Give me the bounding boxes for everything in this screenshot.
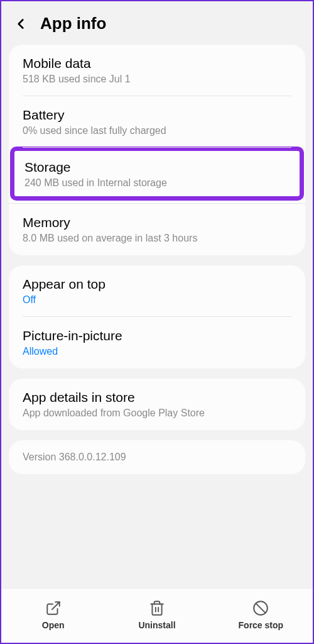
bottom-label: Force stop bbox=[239, 620, 284, 630]
list-item-pip[interactable]: Picture-in-picture Allowed bbox=[9, 317, 305, 369]
bottom-bar: Open Uninstall Force stop bbox=[1, 588, 313, 643]
item-value: Allowed bbox=[23, 346, 291, 357]
card-version: Version 368.0.0.12.109 bbox=[9, 440, 305, 474]
card-usage: Mobile data 518 KB used since Jul 1 Batt… bbox=[9, 45, 305, 255]
item-title: Appear on top bbox=[23, 277, 291, 292]
item-title: Mobile data bbox=[23, 56, 291, 71]
item-title: Memory bbox=[23, 215, 291, 230]
page-title: App info bbox=[40, 14, 106, 33]
svg-line-4 bbox=[256, 603, 266, 613]
uninstall-button[interactable]: Uninstall bbox=[105, 600, 208, 630]
card-store: App details in store App downloaded from… bbox=[9, 379, 305, 430]
item-subtitle: 518 KB used since Jul 1 bbox=[23, 74, 291, 85]
item-subtitle: 0% used since last fully charged bbox=[23, 125, 291, 136]
bottom-label: Open bbox=[42, 620, 65, 630]
bottom-label: Uninstall bbox=[138, 620, 175, 630]
item-title: Storage bbox=[24, 160, 290, 175]
card-display: Appear on top Off Picture-in-picture All… bbox=[9, 265, 305, 369]
list-item-mobile-data[interactable]: Mobile data 518 KB used since Jul 1 bbox=[9, 45, 305, 96]
item-title: Picture-in-picture bbox=[23, 328, 291, 343]
item-subtitle: 240 MB used in Internal storage bbox=[24, 177, 290, 189]
open-button[interactable]: Open bbox=[1, 600, 105, 630]
item-title: Battery bbox=[23, 108, 291, 123]
trash-icon bbox=[149, 600, 165, 616]
back-icon[interactable] bbox=[13, 16, 29, 32]
item-subtitle: 8.0 MB used on average in last 3 hours bbox=[23, 233, 291, 244]
list-item-memory[interactable]: Memory 8.0 MB used on average in last 3 … bbox=[9, 203, 305, 255]
list-item-appear-on-top[interactable]: Appear on top Off bbox=[9, 265, 305, 317]
storage-highlight: Storage 240 MB used in Internal storage bbox=[10, 147, 304, 201]
list-item-app-details[interactable]: App details in store App downloaded from… bbox=[9, 379, 305, 430]
item-value: Off bbox=[23, 294, 291, 306]
stop-icon bbox=[252, 600, 269, 616]
list-item-storage[interactable]: Storage 240 MB used in Internal storage bbox=[24, 160, 290, 189]
svg-line-0 bbox=[51, 602, 59, 609]
version-text: Version 368.0.0.12.109 bbox=[9, 440, 305, 474]
item-title: App details in store bbox=[23, 390, 291, 405]
force-stop-button[interactable]: Force stop bbox=[209, 600, 313, 630]
list-item-battery[interactable]: Battery 0% used since last fully charged bbox=[9, 96, 305, 148]
open-icon bbox=[45, 600, 62, 616]
item-subtitle: App downloaded from Google Play Store bbox=[23, 408, 291, 419]
header: App info bbox=[1, 1, 313, 45]
